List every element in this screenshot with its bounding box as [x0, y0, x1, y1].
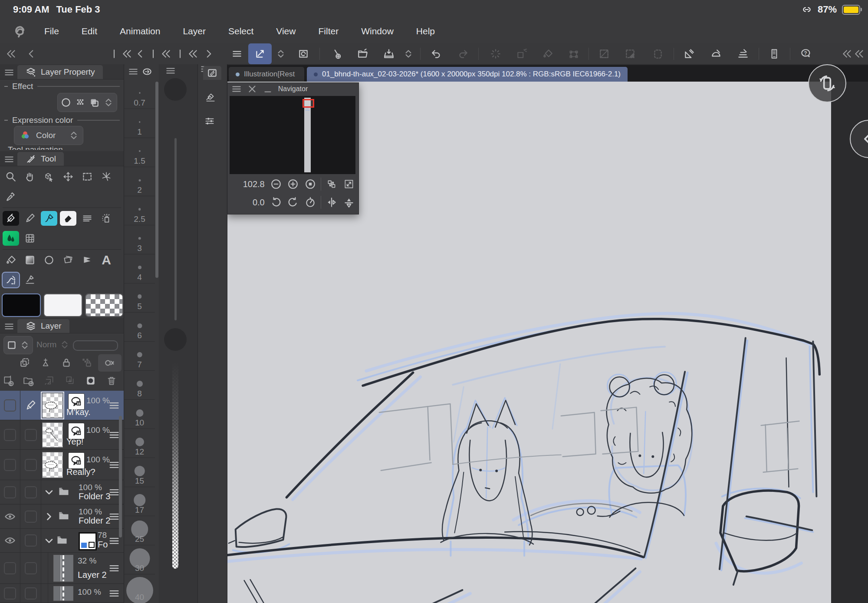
zoom-out-icon[interactable] [267, 178, 285, 190]
brush-size-item[interactable]: 6 [124, 313, 155, 342]
tool-move-layer[interactable] [60, 168, 76, 185]
blend-mode-button[interactable] [3, 336, 33, 354]
document-tab-active[interactable]: 01_bhnd-th-aux_02-03-2026* (1600 x 20000… [307, 67, 628, 82]
fit-to-screen-icon[interactable] [323, 178, 340, 190]
brush-size-menu-icon[interactable] [128, 66, 139, 77]
layer-check-cell[interactable] [20, 420, 41, 449]
layer-check-cell[interactable] [20, 553, 41, 583]
brush-size-item[interactable]: 8 [124, 371, 155, 400]
navigator-view-rectangle[interactable] [302, 99, 314, 108]
tool-selection[interactable] [79, 168, 95, 185]
layer-check-cell[interactable] [20, 391, 41, 420]
layer-visibility-cell[interactable] [0, 391, 20, 420]
document-tab-inactive[interactable]: Illustration[Rest [229, 67, 304, 82]
brush-size-item[interactable]: 3 [124, 225, 155, 254]
fit-to-width-icon[interactable] [340, 178, 358, 190]
tool-eyedropper[interactable] [3, 188, 19, 205]
tone-effect-icon[interactable] [75, 97, 86, 108]
layer-row-folder-3[interactable]: 100 %Folder 3 [0, 480, 124, 504]
effect-expander-icon[interactable] [103, 97, 114, 108]
layer-visibility-cell[interactable] [0, 584, 20, 603]
rotate-right-icon[interactable] [285, 197, 302, 208]
brush-size-item[interactable]: 1.5 [124, 138, 155, 167]
lock-transparent-icon[interactable] [81, 357, 92, 368]
tool-blend[interactable] [79, 210, 95, 227]
collapse-slider-icon[interactable] [135, 48, 146, 59]
tool-fill[interactable] [3, 252, 19, 268]
layer-row-m-kay-[interactable]: 100 %M'kay. [0, 391, 124, 420]
layer-property-menu-icon[interactable] [3, 67, 15, 78]
opacity-gradient-strip[interactable] [172, 362, 178, 569]
layer-row-menu-icon[interactable] [108, 429, 120, 441]
sub-color-swatch[interactable] [43, 293, 82, 317]
menu-animation[interactable]: Animation [120, 26, 160, 36]
collapse-strip-icon[interactable] [187, 48, 199, 59]
layer-row-menu-icon[interactable] [108, 587, 120, 600]
layer-check-cell[interactable] [20, 529, 41, 552]
draft-layer-icon[interactable] [40, 357, 51, 368]
menu-filter[interactable]: Filter [318, 26, 339, 36]
brush-size-item[interactable]: 5 [124, 283, 155, 313]
layer-row-untitled[interactable]: 100 % [0, 584, 124, 603]
brush-size-slider-track[interactable] [174, 138, 177, 320]
brush-size-item[interactable]: 40 [124, 574, 155, 603]
flip-vertical-icon[interactable] [340, 197, 358, 208]
transform-icon[interactable] [568, 48, 579, 59]
new-layer-icon[interactable] [3, 375, 14, 386]
clip-studio-logo-icon[interactable] [12, 25, 25, 38]
layer-row-fo[interactable]: 78Fo [0, 529, 124, 553]
blend-mode-dropdown[interactable]: Norm [36, 336, 70, 353]
layer-row-menu-icon[interactable] [108, 535, 120, 547]
collapse-panel-icon[interactable] [26, 48, 37, 59]
tool-auto-select[interactable] [98, 168, 115, 185]
menu-help[interactable]: Help [416, 26, 435, 36]
tool-pen[interactable] [3, 210, 19, 227]
layer-opacity-slider[interactable] [73, 340, 118, 351]
menu-select[interactable]: Select [228, 26, 253, 36]
tool-pencil[interactable] [22, 210, 38, 227]
tool-correct-line[interactable] [22, 272, 38, 288]
tune-sliders-icon[interactable] [204, 115, 215, 127]
layer-visibility-cell[interactable] [0, 480, 20, 504]
navigator-titlebar[interactable]: Navigator [227, 83, 358, 95]
selection-area-icon[interactable] [652, 48, 664, 59]
tool-move-view[interactable] [22, 168, 38, 185]
layer-list-scrollbar[interactable] [119, 416, 122, 537]
pen-touch-mode-icon[interactable] [254, 48, 266, 59]
delete-layer-icon[interactable] [106, 375, 117, 386]
layer-visibility-cell[interactable] [0, 420, 20, 449]
new-folder-icon[interactable] [23, 375, 34, 386]
layer-menu-icon[interactable] [3, 321, 15, 332]
save-icon[interactable] [383, 48, 395, 59]
tool-text[interactable]: A [98, 252, 115, 268]
layer-check-cell[interactable] [20, 480, 41, 504]
snap-to-grid-icon[interactable] [737, 48, 749, 59]
layer-row-really-[interactable]: 100 %Really? [0, 450, 124, 480]
rotate-reset-icon[interactable] [302, 197, 319, 208]
brush-size-item[interactable]: 10 [124, 400, 155, 429]
tool-gradient[interactable] [22, 252, 38, 268]
selection-gradient-icon[interactable] [625, 48, 636, 59]
layer-check-cell[interactable] [20, 504, 41, 528]
strip-tab-icon[interactable] [207, 67, 218, 79]
fill-icon[interactable] [542, 48, 553, 59]
clip-to-layer-icon[interactable] [19, 357, 30, 368]
layer-color-effect-icon[interactable] [89, 97, 100, 108]
menu-view[interactable]: View [276, 26, 296, 36]
brush-size-item[interactable]: 0.7 [124, 80, 155, 109]
clear-selection-icon[interactable] [490, 48, 501, 59]
tool-menu-icon[interactable] [3, 154, 15, 165]
companion-mode-icon[interactable] [769, 48, 780, 59]
layer-mask-icon[interactable] [85, 375, 96, 386]
layer-row-folder-2[interactable]: 100 %Folder 2 [0, 504, 124, 529]
brush-size-item[interactable]: 2.5 [124, 196, 155, 225]
layer-row-menu-icon[interactable] [108, 486, 120, 498]
layer-row-yep-[interactable]: 100 %Yep! [0, 420, 124, 450]
tool-eraser[interactable] [60, 210, 76, 227]
zoom-in-icon[interactable] [285, 178, 302, 190]
layer-row-menu-icon[interactable] [108, 511, 120, 523]
undo-icon[interactable] [431, 48, 442, 59]
panel-divider-icon[interactable] [108, 48, 120, 59]
save-options-chevrons-icon[interactable] [403, 48, 414, 59]
brush-size-item[interactable]: 4 [124, 254, 155, 283]
